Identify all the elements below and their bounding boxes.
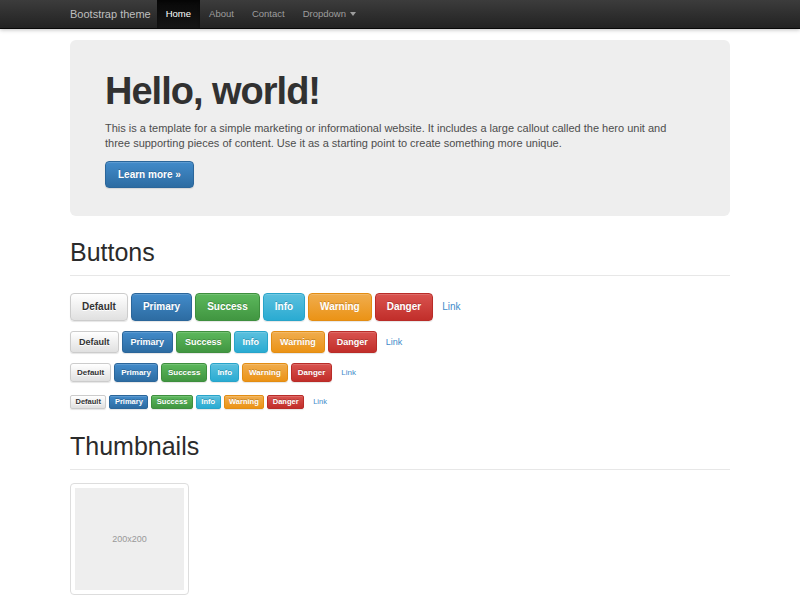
caret-down-icon (350, 12, 356, 16)
btn-link-extra-small[interactable]: Link (307, 398, 327, 406)
btn-default-small[interactable]: Default (70, 363, 111, 382)
btn-default-extra-small[interactable]: Default (70, 395, 106, 410)
button-row-large: DefaultPrimarySuccessInfoWarningDangerLi… (70, 293, 730, 321)
btn-danger-large[interactable]: Danger (375, 293, 433, 321)
nav-item-label: About (209, 8, 234, 19)
btn-success-extra-small[interactable]: Success (151, 395, 192, 410)
navbar: Bootstrap theme HomeAboutContactDropdown (0, 0, 800, 29)
placeholder-image: 200x200 (75, 488, 184, 590)
thumbnails-row: 200x200 (70, 483, 730, 595)
btn-info-extra-small[interactable]: Info (196, 395, 221, 410)
thumbnails-section-heading: Thumbnails (70, 433, 730, 460)
btn-info-default[interactable]: Info (234, 331, 269, 353)
thumbnail[interactable]: 200x200 (70, 483, 189, 595)
btn-danger-small[interactable]: Danger (291, 363, 333, 382)
nav-item-label: Home (166, 8, 191, 19)
btn-danger-default[interactable]: Danger (328, 331, 377, 353)
btn-warning-default[interactable]: Warning (271, 331, 325, 353)
btn-primary-small[interactable]: Primary (114, 363, 158, 382)
hero-title: Hello, world! (105, 71, 695, 111)
btn-primary-extra-small[interactable]: Primary (109, 395, 148, 410)
btn-primary-default[interactable]: Primary (122, 331, 174, 353)
nav-item-dropdown[interactable]: Dropdown (294, 0, 365, 28)
btn-default-large[interactable]: Default (70, 293, 128, 321)
button-row-extra-small: DefaultPrimarySuccessInfoWarningDangerLi… (70, 392, 730, 410)
nav-item-contact[interactable]: Contact (243, 0, 294, 28)
navbar-menu: HomeAboutContactDropdown (157, 0, 365, 28)
button-row-small: DefaultPrimarySuccessInfoWarningDangerLi… (70, 363, 730, 382)
btn-success-large[interactable]: Success (195, 293, 260, 321)
thumbnails-section-header: Thumbnails (70, 433, 730, 470)
btn-warning-extra-small[interactable]: Warning (224, 395, 265, 410)
nav-item-label: Dropdown (303, 8, 346, 19)
btn-success-small[interactable]: Success (161, 363, 207, 382)
hero-unit: Hello, world! This is a template for a s… (70, 40, 730, 216)
btn-link-small[interactable]: Link (335, 369, 356, 377)
btn-success-default[interactable]: Success (176, 331, 231, 353)
btn-warning-small[interactable]: Warning (242, 363, 288, 382)
btn-danger-extra-small[interactable]: Danger (267, 395, 304, 410)
btn-warning-large[interactable]: Warning (308, 293, 372, 321)
hero-description: This is a template for a simple marketin… (105, 121, 693, 151)
nav-item-about[interactable]: About (200, 0, 243, 28)
btn-info-large[interactable]: Info (263, 293, 305, 321)
buttons-section-heading: Buttons (70, 239, 730, 266)
buttons-section-header: Buttons (70, 239, 730, 276)
btn-link-large[interactable]: Link (436, 302, 460, 312)
nav-item-label: Contact (252, 8, 285, 19)
btn-primary-large[interactable]: Primary (131, 293, 192, 321)
btn-info-small[interactable]: Info (210, 363, 239, 382)
nav-item-home[interactable]: Home (157, 0, 200, 28)
btn-link-default[interactable]: Link (380, 338, 403, 347)
learn-more-button[interactable]: Learn more » (105, 161, 194, 188)
main-container: Hello, world! This is a template for a s… (70, 40, 730, 595)
button-row-default: DefaultPrimarySuccessInfoWarningDangerLi… (70, 331, 730, 353)
btn-default-default[interactable]: Default (70, 331, 119, 353)
navbar-brand[interactable]: Bootstrap theme (70, 0, 151, 28)
button-rows: DefaultPrimarySuccessInfoWarningDangerLi… (70, 293, 730, 410)
